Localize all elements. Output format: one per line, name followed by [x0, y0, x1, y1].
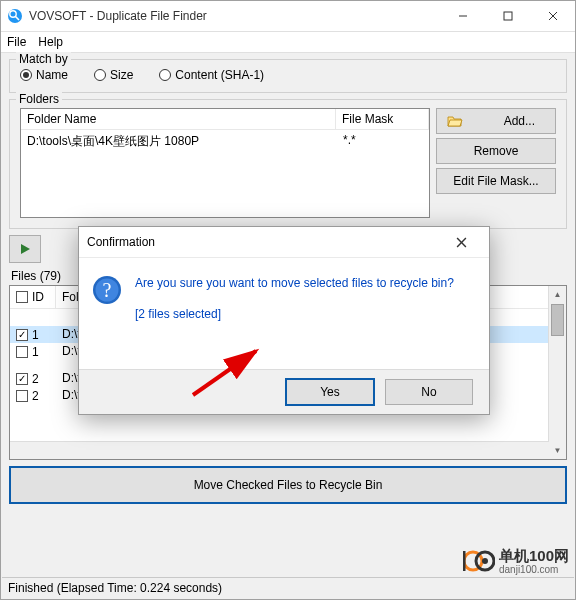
folder-open-icon: [447, 114, 463, 128]
row-checkbox[interactable]: ✓: [16, 329, 28, 341]
files-vertical-scrollbar[interactable]: ▲ ▼: [548, 286, 566, 459]
watermark-logo-icon: [463, 547, 495, 575]
row-id: 1: [32, 345, 39, 359]
edit-mask-label: Edit File Mask...: [453, 174, 538, 188]
radio-name-circle: [20, 69, 32, 81]
dialog-yes-button[interactable]: Yes: [285, 378, 375, 406]
remove-folder-button[interactable]: Remove: [436, 138, 556, 164]
menu-file[interactable]: File: [7, 35, 26, 49]
folders-row-mask: *.*: [337, 130, 429, 153]
row-id: 2: [32, 389, 39, 403]
svg-rect-4: [504, 12, 512, 20]
radio-content-label: Content (SHA-1): [175, 68, 264, 82]
close-icon: [456, 237, 467, 248]
window-title: VOVSOFT - Duplicate File Finder: [29, 9, 440, 23]
dialog-line1: Are you sure you want to move selected f…: [135, 274, 454, 293]
folders-group: Folders Folder Name File Mask D:\tools\桌…: [9, 99, 567, 229]
row-checkbox[interactable]: ✓: [16, 373, 28, 385]
radio-size-label: Size: [110, 68, 133, 82]
question-icon: ?: [91, 274, 123, 306]
run-scan-button[interactable]: [9, 235, 41, 263]
folders-col-mask[interactable]: File Mask: [336, 109, 429, 129]
move-to-recycle-label: Move Checked Files to Recycle Bin: [194, 478, 383, 492]
remove-folder-label: Remove: [474, 144, 519, 158]
edit-mask-button[interactable]: Edit File Mask...: [436, 168, 556, 194]
folders-legend: Folders: [16, 92, 62, 106]
minimize-button[interactable]: [440, 1, 485, 31]
dialog-line2: [2 files selected]: [135, 305, 454, 324]
radio-size[interactable]: Size: [94, 68, 133, 82]
radio-name-label: Name: [36, 68, 68, 82]
header-checkbox[interactable]: [16, 291, 28, 303]
close-button[interactable]: [530, 1, 575, 31]
radio-name[interactable]: Name: [20, 68, 68, 82]
titlebar: VOVSOFT - Duplicate File Finder: [1, 1, 575, 32]
main-window: VOVSOFT - Duplicate File Finder File Hel…: [0, 0, 576, 600]
app-icon: [7, 8, 23, 24]
svg-marker-7: [21, 244, 30, 254]
play-icon: [18, 242, 32, 256]
watermark: 单机100网 danji100.com: [463, 547, 569, 575]
scroll-up-icon[interactable]: ▲: [549, 286, 566, 303]
confirmation-dialog: Confirmation ? Are you sure you want to …: [78, 226, 490, 415]
folders-table[interactable]: Folder Name File Mask D:\tools\桌面\4K壁纸图片…: [20, 108, 430, 218]
dialog-title: Confirmation: [87, 235, 441, 249]
status-text: Finished (Elapsed Time: 0.224 seconds): [8, 581, 222, 595]
status-bar: Finished (Elapsed Time: 0.224 seconds): [2, 577, 574, 598]
folders-row[interactable]: D:\tools\桌面\4K壁纸图片 1080P *.*: [21, 130, 429, 153]
scroll-down-icon[interactable]: ▼: [549, 442, 566, 459]
row-checkbox[interactable]: [16, 390, 28, 402]
matchby-legend: Match by: [16, 52, 71, 66]
dialog-no-button[interactable]: No: [385, 379, 473, 405]
menu-help[interactable]: Help: [38, 35, 63, 49]
dialog-titlebar: Confirmation: [79, 227, 489, 258]
files-col-id[interactable]: ID: [10, 286, 56, 308]
folders-header: Folder Name File Mask: [21, 109, 429, 130]
menubar: File Help: [1, 32, 575, 53]
radio-size-circle: [94, 69, 106, 81]
add-folder-label: Add...: [504, 114, 535, 128]
dialog-yes-label: Yes: [320, 385, 340, 399]
files-horizontal-scrollbar[interactable]: [10, 441, 549, 459]
row-id: 2: [32, 372, 39, 386]
svg-text:?: ?: [103, 279, 112, 301]
maximize-button[interactable]: [485, 1, 530, 31]
add-folder-button[interactable]: Add...: [436, 108, 556, 134]
matchby-group: Match by Name Size Content (SHA-1): [9, 59, 567, 93]
dialog-close-button[interactable]: [441, 228, 481, 256]
row-id: 1: [32, 328, 39, 342]
radio-content-circle: [159, 69, 171, 81]
dialog-no-label: No: [421, 385, 436, 399]
scroll-thumb[interactable]: [551, 304, 564, 336]
folders-row-name: D:\tools\桌面\4K壁纸图片 1080P: [21, 130, 337, 153]
row-checkbox[interactable]: [16, 346, 28, 358]
dialog-message: Are you sure you want to move selected f…: [135, 274, 454, 324]
folders-col-name[interactable]: Folder Name: [21, 109, 336, 129]
radio-content[interactable]: Content (SHA-1): [159, 68, 264, 82]
svg-point-16: [482, 558, 488, 564]
move-to-recycle-button[interactable]: Move Checked Files to Recycle Bin: [9, 466, 567, 504]
